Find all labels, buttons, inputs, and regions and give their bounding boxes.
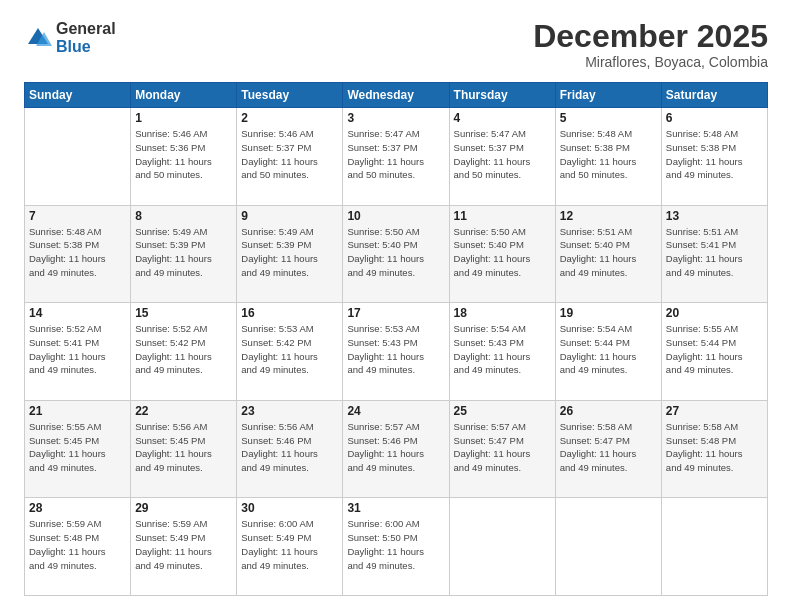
day-info-line: Daylight: 11 hours (241, 448, 318, 459)
day-number: 25 (454, 404, 551, 418)
day-info: Sunrise: 5:47 AMSunset: 5:37 PMDaylight:… (347, 127, 444, 182)
calendar-cell: 8Sunrise: 5:49 AMSunset: 5:39 PMDaylight… (131, 205, 237, 303)
day-info-line: Daylight: 11 hours (135, 156, 212, 167)
day-info: Sunrise: 5:53 AMSunset: 5:43 PMDaylight:… (347, 322, 444, 377)
day-info-line: Sunrise: 5:57 AM (347, 421, 419, 432)
day-number: 19 (560, 306, 657, 320)
calendar-cell: 28Sunrise: 5:59 AMSunset: 5:48 PMDayligh… (25, 498, 131, 596)
day-info: Sunrise: 5:59 AMSunset: 5:49 PMDaylight:… (135, 517, 232, 572)
calendar-cell: 6Sunrise: 5:48 AMSunset: 5:38 PMDaylight… (661, 108, 767, 206)
day-info-line: Sunset: 5:48 PM (29, 532, 99, 543)
calendar-cell: 15Sunrise: 5:52 AMSunset: 5:42 PMDayligh… (131, 303, 237, 401)
header-cell-wednesday: Wednesday (343, 83, 449, 108)
calendar-week-row: 28Sunrise: 5:59 AMSunset: 5:48 PMDayligh… (25, 498, 768, 596)
day-info-line: and 49 minutes. (347, 267, 415, 278)
day-info-line: Sunrise: 5:56 AM (135, 421, 207, 432)
day-info: Sunrise: 5:57 AMSunset: 5:47 PMDaylight:… (454, 420, 551, 475)
day-info-line: and 49 minutes. (241, 560, 309, 571)
day-info-line: Sunset: 5:40 PM (454, 239, 524, 250)
day-info-line: Sunrise: 5:50 AM (454, 226, 526, 237)
day-info-line: and 49 minutes. (135, 364, 203, 375)
day-info: Sunrise: 5:50 AMSunset: 5:40 PMDaylight:… (454, 225, 551, 280)
day-number: 10 (347, 209, 444, 223)
calendar-cell: 5Sunrise: 5:48 AMSunset: 5:38 PMDaylight… (555, 108, 661, 206)
logo-blue: Blue (56, 38, 116, 56)
day-info: Sunrise: 5:49 AMSunset: 5:39 PMDaylight:… (241, 225, 338, 280)
day-number: 18 (454, 306, 551, 320)
day-info-line: Daylight: 11 hours (347, 253, 424, 264)
day-info-line: and 49 minutes. (29, 267, 97, 278)
day-info-line: Sunrise: 5:52 AM (135, 323, 207, 334)
calendar-cell: 18Sunrise: 5:54 AMSunset: 5:43 PMDayligh… (449, 303, 555, 401)
day-info-line: Daylight: 11 hours (560, 351, 637, 362)
calendar-cell: 16Sunrise: 5:53 AMSunset: 5:42 PMDayligh… (237, 303, 343, 401)
day-number: 9 (241, 209, 338, 223)
day-info: Sunrise: 5:48 AMSunset: 5:38 PMDaylight:… (666, 127, 763, 182)
day-number: 6 (666, 111, 763, 125)
day-info-line: Sunrise: 5:56 AM (241, 421, 313, 432)
day-info-line: Sunrise: 5:48 AM (29, 226, 101, 237)
calendar-cell: 2Sunrise: 5:46 AMSunset: 5:37 PMDaylight… (237, 108, 343, 206)
day-number: 20 (666, 306, 763, 320)
calendar-cell: 4Sunrise: 5:47 AMSunset: 5:37 PMDaylight… (449, 108, 555, 206)
day-number: 17 (347, 306, 444, 320)
day-info: Sunrise: 5:52 AMSunset: 5:41 PMDaylight:… (29, 322, 126, 377)
calendar-cell: 12Sunrise: 5:51 AMSunset: 5:40 PMDayligh… (555, 205, 661, 303)
day-info-line: and 49 minutes. (241, 462, 309, 473)
day-info-line: Sunrise: 5:54 AM (560, 323, 632, 334)
day-info-line: Sunrise: 5:46 AM (241, 128, 313, 139)
subtitle: Miraflores, Boyaca, Colombia (533, 54, 768, 70)
day-number: 16 (241, 306, 338, 320)
day-info-line: Daylight: 11 hours (241, 546, 318, 557)
day-info: Sunrise: 5:49 AMSunset: 5:39 PMDaylight:… (135, 225, 232, 280)
day-info-line: Sunset: 5:42 PM (241, 337, 311, 348)
day-info-line: Sunrise: 6:00 AM (347, 518, 419, 529)
day-info-line: Sunset: 5:38 PM (29, 239, 99, 250)
calendar-cell: 9Sunrise: 5:49 AMSunset: 5:39 PMDaylight… (237, 205, 343, 303)
day-info: Sunrise: 5:47 AMSunset: 5:37 PMDaylight:… (454, 127, 551, 182)
day-info-line: Sunrise: 5:52 AM (29, 323, 101, 334)
day-info: Sunrise: 5:48 AMSunset: 5:38 PMDaylight:… (29, 225, 126, 280)
calendar-week-row: 7Sunrise: 5:48 AMSunset: 5:38 PMDaylight… (25, 205, 768, 303)
calendar-week-row: 1Sunrise: 5:46 AMSunset: 5:36 PMDaylight… (25, 108, 768, 206)
day-info-line: and 49 minutes. (347, 462, 415, 473)
day-number: 26 (560, 404, 657, 418)
logo-text: General Blue (56, 20, 116, 55)
day-info-line: Sunset: 5:38 PM (560, 142, 630, 153)
day-info-line: Sunrise: 5:51 AM (666, 226, 738, 237)
calendar-cell: 22Sunrise: 5:56 AMSunset: 5:45 PMDayligh… (131, 400, 237, 498)
day-info-line: Sunrise: 5:53 AM (347, 323, 419, 334)
calendar-cell: 24Sunrise: 5:57 AMSunset: 5:46 PMDayligh… (343, 400, 449, 498)
day-info: Sunrise: 5:52 AMSunset: 5:42 PMDaylight:… (135, 322, 232, 377)
calendar-cell (555, 498, 661, 596)
day-info-line: Sunset: 5:44 PM (560, 337, 630, 348)
day-info-line: Sunrise: 5:58 AM (560, 421, 632, 432)
day-info-line: Daylight: 11 hours (29, 253, 106, 264)
day-info-line: and 49 minutes. (347, 560, 415, 571)
calendar-cell: 20Sunrise: 5:55 AMSunset: 5:44 PMDayligh… (661, 303, 767, 401)
day-info-line: Daylight: 11 hours (29, 546, 106, 557)
day-info-line: Daylight: 11 hours (347, 156, 424, 167)
day-number: 11 (454, 209, 551, 223)
calendar-cell: 3Sunrise: 5:47 AMSunset: 5:37 PMDaylight… (343, 108, 449, 206)
calendar-cell: 17Sunrise: 5:53 AMSunset: 5:43 PMDayligh… (343, 303, 449, 401)
day-info-line: Sunrise: 5:55 AM (29, 421, 101, 432)
header-cell-sunday: Sunday (25, 83, 131, 108)
day-info-line: and 49 minutes. (29, 560, 97, 571)
day-number: 27 (666, 404, 763, 418)
day-info-line: Sunrise: 5:51 AM (560, 226, 632, 237)
day-info-line: and 49 minutes. (560, 267, 628, 278)
day-info-line: Sunset: 5:39 PM (241, 239, 311, 250)
calendar-cell: 31Sunrise: 6:00 AMSunset: 5:50 PMDayligh… (343, 498, 449, 596)
calendar-cell: 27Sunrise: 5:58 AMSunset: 5:48 PMDayligh… (661, 400, 767, 498)
day-info-line: Sunset: 5:41 PM (29, 337, 99, 348)
day-info-line: Sunset: 5:46 PM (241, 435, 311, 446)
day-info-line: Sunset: 5:48 PM (666, 435, 736, 446)
day-info-line: Daylight: 11 hours (560, 448, 637, 459)
day-info-line: Daylight: 11 hours (135, 351, 212, 362)
day-number: 13 (666, 209, 763, 223)
calendar-cell: 7Sunrise: 5:48 AMSunset: 5:38 PMDaylight… (25, 205, 131, 303)
day-info-line: and 50 minutes. (347, 169, 415, 180)
day-info-line: Sunset: 5:37 PM (347, 142, 417, 153)
day-info-line: and 49 minutes. (666, 364, 734, 375)
